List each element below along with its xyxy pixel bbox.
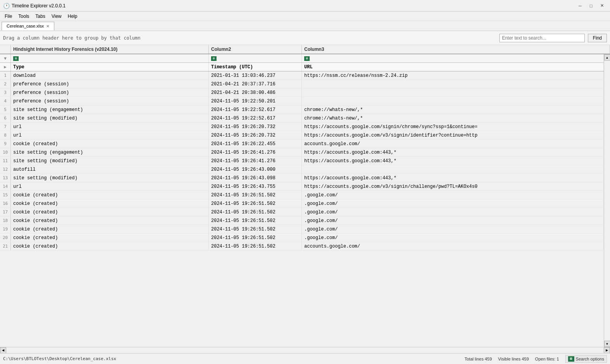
- header-col1: Type: [11, 63, 209, 71]
- filter-col3[interactable]: ⊞: [302, 54, 604, 62]
- maximize-button[interactable]: □: [586, 2, 596, 10]
- row-number: 11: [0, 157, 11, 165]
- menu-file[interactable]: File: [2, 13, 15, 20]
- tab-label: Cerelean_case.xlsx: [7, 24, 44, 28]
- status-bar: C:\Users\BTLOTest\Desktop\Cerelean_case.…: [0, 353, 610, 364]
- row-number: 8: [0, 131, 11, 139]
- app-icon: 🕐: [3, 3, 9, 9]
- search-options-button[interactable]: ⊞ Search options: [565, 355, 607, 363]
- tab-close-button[interactable]: ✕: [46, 24, 49, 28]
- cell-url: .google.com/: [302, 191, 604, 199]
- row-number: 13: [0, 174, 11, 182]
- table-row[interactable]: 16cookie (created)2024-11-05 19:26:51.50…: [0, 199, 604, 208]
- scroll-left-arrow[interactable]: ◀: [0, 347, 6, 354]
- scroll-right-arrow[interactable]: ▶: [604, 347, 610, 354]
- table-row[interactable]: 10site setting (engagement)2024-11-05 19…: [0, 148, 604, 157]
- window-controls: ─ □ ✕: [575, 2, 607, 10]
- table-row[interactable]: 12autofill2024-11-05 19:26:43.000: [0, 165, 604, 174]
- table-row[interactable]: 18cookie (created)2024-11-05 19:26:51.50…: [0, 217, 604, 225]
- table-row[interactable]: 9cookie (created)2024-11-05 19:26:22.455…: [0, 140, 604, 148]
- table-row[interactable]: 21cookie (created)2024-11-05 19:26:51.50…: [0, 242, 604, 251]
- filter-icon-1: ⊞: [13, 56, 19, 61]
- cell-type: autofill: [11, 165, 209, 173]
- close-button[interactable]: ✕: [597, 2, 607, 10]
- row-number: 17: [0, 208, 11, 216]
- cell-timestamp: 2024-11-05 19:26:43.755: [209, 182, 302, 191]
- header-row-expander[interactable]: ▶: [0, 63, 11, 71]
- table-row[interactable]: 1download2021-01-31 13:03:46.237https://…: [0, 71, 604, 80]
- cell-type: cookie (created): [11, 225, 209, 233]
- cell-type: site setting (modified): [11, 157, 209, 165]
- cell-timestamp: 2024-11-05 19:26:43.098: [209, 174, 302, 182]
- table-row[interactable]: 19cookie (created)2024-11-05 19:26:51.50…: [0, 225, 604, 234]
- col-header-2: Column2: [209, 45, 302, 54]
- cell-url: [302, 80, 604, 88]
- scroll-up-arrow[interactable]: ▲: [604, 54, 610, 61]
- table-row[interactable]: 5site setting (engagement)2024-11-05 19:…: [0, 106, 604, 114]
- cell-timestamp: 2024-11-05 19:26:41.276: [209, 148, 302, 156]
- cell-timestamp: 2024-11-05 19:26:43.000: [209, 165, 302, 173]
- row-number: 5: [0, 106, 11, 114]
- filter-row-num: ▼: [0, 54, 11, 62]
- cell-type: url: [11, 182, 209, 191]
- search-options-icon: ⊞: [568, 356, 574, 362]
- col-header-3: Column3: [302, 45, 610, 54]
- header-col2: Timestamp (UTC): [209, 63, 302, 71]
- table-row[interactable]: 14url2024-11-05 19:26:43.755https://acco…: [0, 182, 604, 191]
- table-row[interactable]: 13site setting (modified)2024-11-05 19:2…: [0, 174, 604, 182]
- cell-timestamp: 2024-11-05 19:22:52.617: [209, 106, 302, 114]
- data-header-row: ▶ Type Timestamp (UTC) URL: [0, 63, 604, 71]
- cell-timestamp: 2024-11-05 19:26:20.732: [209, 131, 302, 139]
- grid-body[interactable]: ▼ ⊞ ⊞ ⊞ ▶ Type Timestamp (UTC): [0, 54, 604, 347]
- tab-cerelean[interactable]: Cerelean_case.xlsx ✕: [2, 22, 54, 30]
- table-row[interactable]: 11site setting (modified)2024-11-05 19:2…: [0, 157, 604, 165]
- table-row[interactable]: 20cookie (created)2024-11-05 19:26:51.50…: [0, 234, 604, 242]
- table-row[interactable]: 3preference (session)2021-04-21 20:38:00…: [0, 88, 604, 97]
- cell-url: https://accounts.google.com:443,*: [302, 174, 604, 182]
- filter-col2[interactable]: ⊞: [209, 54, 302, 62]
- scroll-down-arrow[interactable]: ▼: [604, 341, 610, 347]
- cell-type: download: [11, 71, 209, 80]
- cell-timestamp: 2024-11-05 19:26:51.502: [209, 217, 302, 225]
- cell-timestamp: 2024-11-05 19:26:51.502: [209, 199, 302, 208]
- menu-tabs[interactable]: Tabs: [32, 13, 48, 20]
- row-number: 1: [0, 71, 11, 80]
- vertical-scrollbar[interactable]: ▲ ▼: [604, 54, 610, 347]
- table-row[interactable]: 6site setting (modified)2024-11-05 19:22…: [0, 114, 604, 123]
- horizontal-scrollbar[interactable]: ◀ ▶: [0, 347, 610, 353]
- grid-wrapper: Hindsight Internet History Forensics (v2…: [0, 45, 610, 353]
- cell-url: accounts.google.com/: [302, 140, 604, 148]
- table-row[interactable]: 17cookie (created)2024-11-05 19:26:51.50…: [0, 208, 604, 217]
- table-row[interactable]: 15cookie (created)2024-11-05 19:26:51.50…: [0, 191, 604, 199]
- row-number: 10: [0, 148, 11, 156]
- menu-help[interactable]: Help: [65, 13, 81, 20]
- row-num-header: [0, 45, 11, 54]
- open-files: Open files: 1: [535, 357, 559, 361]
- cell-url: https://nssm.cc/release/nssm-2.24.zip: [302, 71, 604, 80]
- search-input[interactable]: [499, 34, 585, 42]
- cell-type: preference (session): [11, 97, 209, 105]
- row-number: 7: [0, 123, 11, 131]
- menu-tools[interactable]: Tools: [15, 13, 32, 20]
- row-number: 19: [0, 225, 11, 233]
- table-row[interactable]: 8url2024-11-05 19:26:20.732https://accou…: [0, 131, 604, 140]
- row-number: 18: [0, 217, 11, 225]
- row-number: 20: [0, 234, 11, 242]
- row-number: 12: [0, 165, 11, 173]
- cell-url: https://accounts.google.com/v3/signin/ch…: [302, 182, 604, 191]
- row-number: 3: [0, 88, 11, 97]
- table-row[interactable]: 4preference (session)2024-11-05 19:22:50…: [0, 97, 604, 106]
- file-path: C:\Users\BTLOTest\Desktop\Cerelean_case.…: [3, 356, 458, 361]
- table-row[interactable]: 2preference (session)2021-04-21 20:37:37…: [0, 80, 604, 88]
- cell-type: cookie (created): [11, 191, 209, 199]
- find-button[interactable]: Find: [588, 34, 607, 42]
- row-number: 2: [0, 80, 11, 88]
- table-row[interactable]: 7url2024-11-05 19:26:20.732https://accou…: [0, 123, 604, 131]
- filter-col1[interactable]: ⊞: [11, 54, 209, 62]
- filter-icon-2: ⊞: [211, 56, 217, 61]
- cell-type: cookie (created): [11, 208, 209, 216]
- cell-timestamp: 2024-11-05 19:26:41.276: [209, 157, 302, 165]
- minimize-button[interactable]: ─: [575, 2, 585, 10]
- column-group-headers: Hindsight Internet History Forensics (v2…: [0, 45, 610, 54]
- menu-view[interactable]: View: [49, 13, 65, 20]
